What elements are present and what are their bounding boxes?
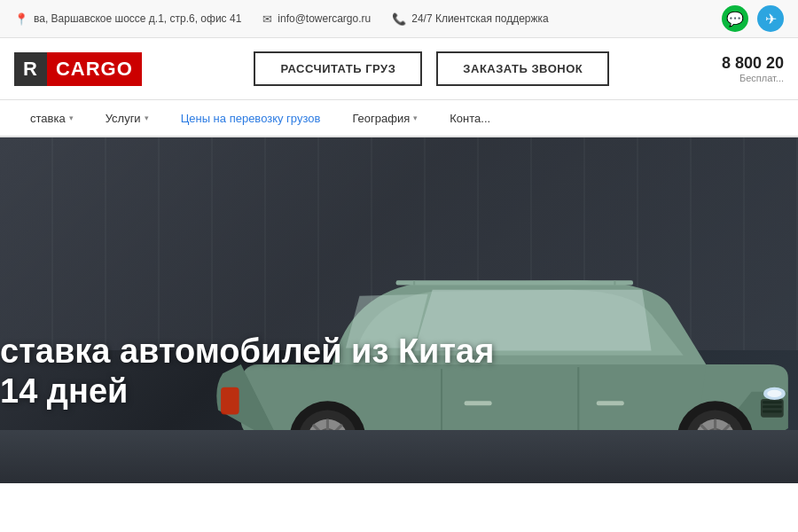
- nav-label-dostavka: ставка: [30, 112, 66, 125]
- nav-label-uslugi: Услуги: [106, 112, 141, 125]
- navigation: ставка ▾ Услуги ▾ Цены на перевозку груз…: [0, 100, 798, 137]
- location-icon: 📍: [14, 12, 28, 26]
- address-text: ва, Варшавское шоссе д.1, стр.6, офис 41: [34, 12, 241, 25]
- nav-label-prices: Цены на перевозку грузов: [181, 112, 321, 125]
- nav-label-geography: География: [352, 112, 410, 125]
- phone-number: 8 800 20: [722, 54, 784, 73]
- call-button[interactable]: ЗАКАЗАТЬ ЗВОНОК: [436, 51, 609, 86]
- nav-item-dostavka[interactable]: ставка ▾: [14, 99, 90, 137]
- logo-cargo: CARGO: [47, 52, 142, 86]
- phone-label: Бесплат...: [722, 73, 784, 83]
- logo: R CARGO: [14, 52, 142, 86]
- hero-title-line1: ставка автомобилей из Китая: [0, 332, 494, 372]
- chevron-down-icon: ▾: [69, 113, 74, 122]
- support-item: 📞 24/7 Клиентская поддержка: [392, 12, 549, 26]
- nav-label-contacts: Конта...: [450, 112, 490, 125]
- hero-title: ставка автомобилей из Китая 14 дней: [0, 332, 494, 412]
- hero-floor: [0, 430, 798, 483]
- telegram-button[interactable]: ✈: [757, 5, 784, 32]
- nav-item-contacts[interactable]: Конта...: [434, 99, 506, 137]
- nav-item-prices[interactable]: Цены на перевозку грузов: [165, 99, 337, 137]
- hero-title-line2: 14 дней: [0, 372, 494, 412]
- svg-rect-5: [763, 411, 782, 413]
- chevron-down-icon: ▾: [145, 113, 149, 122]
- chevron-down-icon: ▾: [413, 113, 418, 122]
- wechat-button[interactable]: 💬: [722, 5, 748, 32]
- nav-item-geography[interactable]: География ▾: [336, 99, 434, 137]
- header-buttons: РАССЧИТАТЬ ГРУЗ ЗАКАЗАТЬ ЗВОНОК: [156, 51, 708, 86]
- svg-point-7: [767, 390, 781, 397]
- phone-icon: 📞: [392, 12, 406, 26]
- email-text: info@towercargo.ru: [278, 12, 371, 25]
- top-bar: 📍 ва, Варшавское шоссе д.1, стр.6, офис …: [0, 0, 798, 38]
- logo-r: R: [14, 52, 47, 86]
- svg-rect-4: [763, 406, 782, 409]
- svg-rect-3: [763, 401, 782, 403]
- svg-rect-12: [597, 401, 624, 405]
- address-item: 📍 ва, Варшавское шоссе д.1, стр.6, офис …: [14, 12, 241, 26]
- header: R CARGO РАССЧИТАТЬ ГРУЗ ЗАКАЗАТЬ ЗВОНОК …: [0, 38, 798, 100]
- svg-rect-13: [396, 281, 633, 286]
- email-icon: ✉: [262, 12, 272, 26]
- nav-item-uslugi[interactable]: Услуги ▾: [90, 99, 165, 137]
- email-item: ✉ info@towercargo.ru: [262, 12, 371, 26]
- calculate-button[interactable]: РАССЧИТАТЬ ГРУЗ: [254, 51, 422, 86]
- support-text: 24/7 Клиентская поддержка: [411, 12, 549, 25]
- phone-section: 8 800 20 Бесплат...: [722, 54, 784, 83]
- hero-section: 领克精奇 ставка автомобилей из Китая 14 дней: [0, 137, 798, 483]
- social-icons: 💬 ✈: [722, 5, 784, 32]
